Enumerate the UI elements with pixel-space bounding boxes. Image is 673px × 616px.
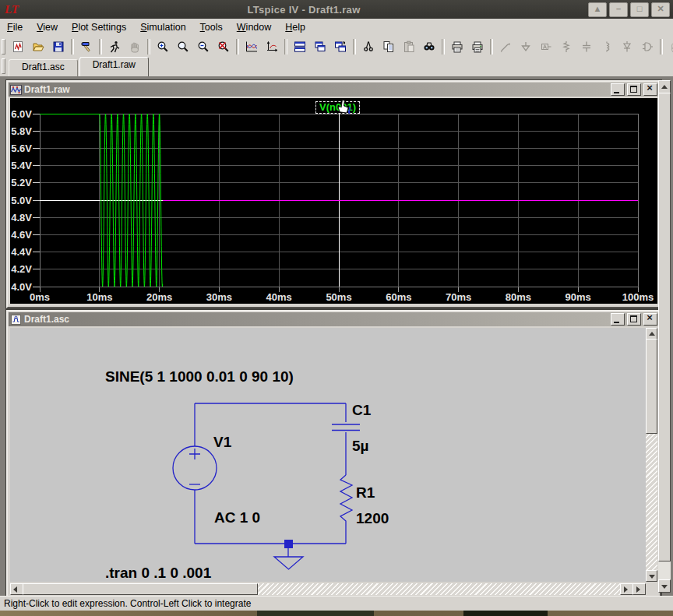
zoom-in-button[interactable] (153, 37, 173, 56)
schematic-vertical-scrollbar[interactable] (646, 328, 657, 582)
plot-settings-button[interactable] (262, 37, 282, 56)
schematic-window-title: Draft1.asc (24, 314, 608, 325)
maximize-button[interactable]: □ (630, 2, 649, 17)
move-button (665, 37, 673, 56)
scroll-right-button-2[interactable] (632, 583, 646, 595)
menu-view[interactable]: View (30, 19, 65, 35)
scroll-left-button[interactable] (10, 583, 23, 595)
cascade-windows-button[interactable] (310, 37, 330, 56)
schematic-file-icon (10, 315, 22, 325)
c1-value-label[interactable]: 5µ (352, 438, 369, 455)
copy-icon (382, 40, 395, 53)
print-preview-button[interactable] (447, 37, 467, 56)
waveform-window-titlebar[interactable]: Draft1.raw (9, 83, 659, 97)
save-button[interactable] (48, 37, 69, 56)
tabbar-grip[interactable] (2, 58, 5, 74)
schematic-horizontal-scrollbar[interactable] (10, 583, 646, 595)
zoom-area-button[interactable] (173, 37, 193, 56)
resistor-r1[interactable] (340, 475, 352, 526)
open-file-button[interactable] (28, 37, 48, 56)
toolbar-separator (660, 39, 663, 55)
mdi-scroll-thumb[interactable] (658, 93, 671, 561)
svg-text:0ms: 0ms (30, 291, 50, 303)
maximize-button[interactable] (627, 313, 641, 326)
new-schematic-button[interactable] (8, 37, 28, 56)
plot-settings-icon (266, 40, 278, 53)
scroll-up-button[interactable] (658, 80, 671, 93)
circuit-drawing (10, 328, 646, 582)
svg-text:50ms: 50ms (326, 291, 351, 303)
print-icon (471, 40, 484, 53)
svg-text:5.0V: 5.0V (11, 195, 32, 206)
horizontal-scroll-thumb[interactable] (23, 583, 258, 595)
svg-text:4.2V: 4.2V (11, 263, 32, 275)
minimize-button[interactable] (611, 83, 625, 96)
capacitor-button (576, 37, 597, 56)
shade-button[interactable]: ▲ (588, 2, 607, 17)
tile-vertically-icon (334, 40, 347, 53)
capacitor-icon (580, 40, 593, 53)
desktop-window-fragment (257, 611, 374, 616)
tab-draft1-asc[interactable]: Draft1.asc (9, 59, 78, 76)
new-schematic-icon (12, 40, 24, 53)
schematic-canvas[interactable]: SINE(5 1 1000 0.01 0 90 10) V1 C1 5µ R1 … (10, 328, 646, 582)
menu-plot-settings[interactable]: Plot Settings (65, 19, 133, 35)
tile-vertically-button[interactable] (330, 37, 351, 56)
find-button[interactable] (419, 37, 439, 56)
halt-icon (129, 40, 141, 53)
scroll-right-button[interactable] (620, 583, 633, 595)
toolbar-grip[interactable] (2, 39, 5, 55)
v1-ref-label[interactable]: V1 (213, 434, 231, 451)
svg-text:5.4V: 5.4V (11, 160, 32, 171)
capacitor-c1[interactable] (332, 424, 360, 431)
svg-text:90ms: 90ms (566, 291, 591, 303)
cut-button[interactable] (358, 37, 379, 56)
run-icon (108, 40, 121, 53)
scroll-up-button[interactable] (646, 328, 657, 340)
ground-icon (520, 40, 532, 53)
menu-file[interactable]: File (0, 19, 30, 35)
tran-directive-text[interactable]: .tran 0 .1 0 .001 (105, 565, 211, 582)
voltage-source-v1[interactable] (173, 446, 217, 490)
menu-tools[interactable]: Tools (193, 19, 230, 35)
autorange-y-axis-button[interactable] (241, 37, 262, 56)
toolbar-separator (147, 39, 150, 55)
mdi-vertical-scrollbar[interactable] (658, 80, 671, 593)
maximize-button[interactable] (627, 83, 641, 96)
control-panel-button[interactable] (76, 37, 97, 56)
scroll-down-button[interactable] (658, 579, 671, 593)
waveform-plot-area[interactable]: 6.0V5.8V5.6V5.4V5.2V5.0V4.8V4.6V4.4V4.2V… (10, 98, 657, 304)
ltspice-logo-icon: LT (4, 2, 19, 16)
r1-value-label[interactable]: 1200 (356, 510, 389, 527)
print-button[interactable] (467, 37, 488, 56)
run-button[interactable] (104, 37, 125, 56)
v1-ac-label[interactable]: AC 1 0 (214, 509, 260, 526)
svg-text:6.0V: 6.0V (11, 108, 32, 120)
menu-help[interactable]: Help (278, 19, 312, 35)
close-button[interactable] (643, 313, 657, 326)
node-junction[interactable] (284, 540, 293, 548)
toolbar-separator (71, 39, 74, 55)
tab-draft1-raw[interactable]: Draft1.raw (79, 57, 149, 76)
resistor-button (556, 37, 576, 56)
menu-simulation[interactable]: Simulation (133, 19, 192, 35)
zoom-full-extents-button[interactable] (213, 37, 234, 56)
zoom-out-button[interactable] (193, 37, 213, 56)
ground-symbol[interactable] (274, 548, 303, 569)
minimize-button[interactable] (611, 313, 625, 326)
r1-ref-label[interactable]: R1 (356, 484, 375, 502)
copy-button[interactable] (379, 37, 399, 56)
save-icon (52, 40, 65, 53)
tile-horizontally-button[interactable] (290, 37, 310, 56)
minimize-button[interactable]: – (609, 2, 628, 17)
menu-window[interactable]: Window (230, 19, 278, 35)
sine-directive-text[interactable]: SINE(5 1 1000 0.01 0 90 10) (105, 368, 294, 385)
scroll-down-button[interactable] (646, 570, 657, 582)
close-button[interactable]: ✕ (651, 2, 670, 17)
svg-text:70ms: 70ms (446, 291, 471, 303)
close-button[interactable] (643, 83, 657, 96)
waveform-window: Draft1.raw 6.0V5.8V5.6V5.4V5.2V5.0V4.8V4… (6, 80, 661, 308)
schematic-window-titlebar[interactable]: Draft1.asc (9, 312, 659, 326)
vertical-scroll-thumb[interactable] (646, 339, 657, 434)
c1-ref-label[interactable]: C1 (352, 402, 371, 419)
